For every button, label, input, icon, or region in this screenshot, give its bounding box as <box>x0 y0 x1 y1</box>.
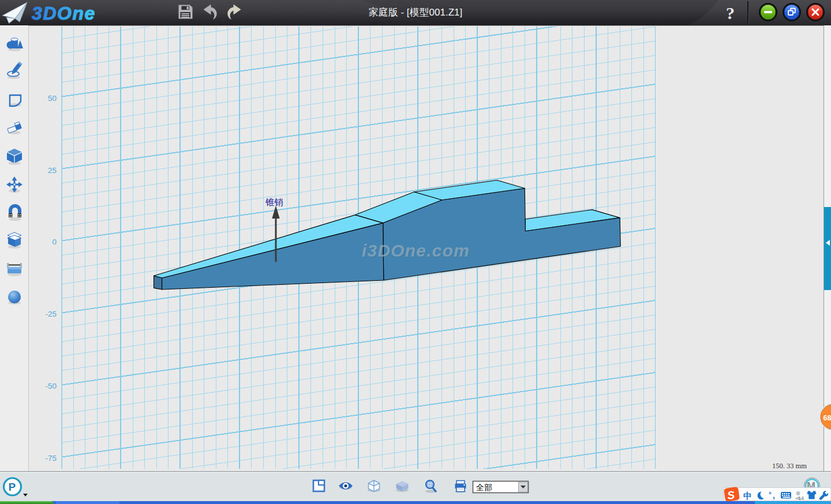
svg-text:全部: 全部 <box>476 483 492 492</box>
svg-text:-50: -50 <box>45 382 57 390</box>
svg-text:i3DOne.com: i3DOne.com <box>362 241 470 260</box>
svg-text:锥销: 锥销 <box>265 197 283 207</box>
svg-text:°: ° <box>769 491 772 499</box>
svg-text:-75: -75 <box>45 454 57 462</box>
svg-text:68: 68 <box>823 414 831 422</box>
svg-text:25: 25 <box>48 166 57 175</box>
svg-text:50: 50 <box>48 94 57 103</box>
svg-text:150. 33 mm: 150. 33 mm <box>772 462 807 470</box>
svg-text:,: , <box>773 491 775 500</box>
svg-text:14: 14 <box>798 495 804 501</box>
svg-text:P: P <box>9 481 16 493</box>
svg-text:中: 中 <box>743 491 752 501</box>
svg-text:0: 0 <box>52 238 57 246</box>
svg-text:-25: -25 <box>45 310 57 318</box>
